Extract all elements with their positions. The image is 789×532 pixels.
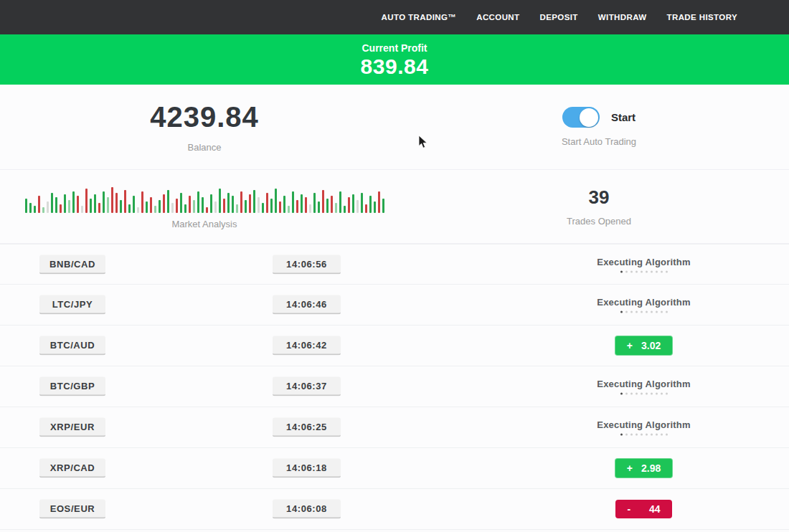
current-profit-value: 839.84 (361, 54, 429, 79)
trade-status: Executing Algorithm (581, 297, 707, 313)
chart-bar (275, 189, 277, 213)
chart-bar (176, 199, 178, 213)
balance-section: 4239.84 Balance Start Start Auto Trading (0, 85, 789, 170)
time-chip: 14:06:37 (273, 377, 341, 396)
time-chip: 14:06:56 (273, 255, 341, 274)
time-chip: 14:06:25 (273, 418, 341, 437)
time-chip: 14:06:42 (273, 336, 341, 356)
chart-bar (309, 204, 311, 213)
chart-bar (68, 200, 70, 213)
top-navbar: AUTO TRADING™ACCOUNTDEPOSITWITHDRAWTRADE… (0, 0, 789, 34)
trade-row: LTC/JPY 14:06:46 Executing Algorithm (0, 285, 789, 326)
progress-dots (620, 270, 668, 272)
chart-bar (193, 200, 195, 213)
chart-bar (163, 194, 165, 213)
chart-bar (133, 196, 135, 213)
chart-bar (318, 201, 320, 213)
pair-chip: LTC/JPY (39, 295, 105, 315)
chart-bar (34, 206, 36, 213)
chart-bar (202, 197, 204, 213)
chart-bar (266, 193, 268, 213)
chart-bar (159, 200, 161, 213)
balance-block: 4239.84 Balance (0, 85, 409, 169)
auto-trading-block: Start Start Auto Trading (409, 85, 789, 169)
executing-algorithm-label: Executing Algorithm (597, 419, 690, 430)
trade-log-list: BNB/CAD 14:06:56 Executing Algorithm LTC… (0, 244, 789, 530)
pair-chip: XRP/CAD (39, 459, 105, 478)
chart-bar (369, 196, 372, 213)
nav-menu: AUTO TRADING™ACCOUNTDEPOSITWITHDRAWTRADE… (382, 13, 737, 22)
chart-bar (128, 204, 131, 213)
progress-dots (620, 393, 668, 395)
toggle-start-label: Start (611, 111, 636, 123)
chart-bar (146, 201, 148, 213)
chart-bar (288, 206, 290, 213)
chart-bar (305, 197, 307, 213)
chart-bar (184, 204, 186, 213)
chart-bar (214, 201, 217, 213)
trade-row: BTC/AUD 14:06:42 +3.02 (0, 326, 789, 366)
market-analysis-block: Market Analysis (0, 170, 409, 243)
chart-bar (25, 199, 27, 213)
pair-chip: EOS/EUR (39, 500, 105, 519)
chart-bar (365, 204, 367, 213)
chart-bar (232, 196, 234, 213)
trade-status: +3.02 (581, 336, 707, 356)
profit-badge: +2.98 (615, 458, 673, 478)
chart-bar (378, 191, 380, 213)
chart-bar (313, 193, 316, 213)
chart-bar (42, 207, 44, 213)
profit-badge: +3.02 (615, 336, 673, 356)
start-auto-trading-caption: Start Auto Trading (562, 136, 636, 147)
current-profit-label: Current Profit (362, 42, 427, 54)
nav-item-withdraw[interactable]: WITHDRAW (598, 13, 647, 22)
balance-label: Balance (188, 142, 222, 153)
chart-bar (55, 197, 57, 213)
chart-bar (171, 203, 174, 213)
trade-status: +2.98 (581, 458, 707, 478)
chart-bar (167, 190, 169, 213)
nav-item-auto-trading[interactable]: AUTO TRADING™ (382, 13, 457, 22)
time-chip: 14:06:46 (273, 295, 341, 315)
nav-item-trade-history[interactable]: TRADE HISTORY (667, 13, 738, 22)
chart-bar (72, 191, 75, 213)
progress-dots (620, 311, 668, 313)
executing-algorithm-label: Executing Algorithm (597, 379, 690, 389)
chart-bar (279, 201, 281, 213)
trade-row: BTC/GBP 14:06:37 Executing Algorithm (0, 366, 789, 407)
chart-bar (206, 207, 208, 213)
chart-bar (51, 193, 53, 213)
executing-algorithm-label: Executing Algorithm (597, 256, 690, 267)
nav-item-deposit[interactable]: DEPOSIT (540, 13, 578, 22)
chart-bar (81, 206, 83, 213)
chart-bar (301, 194, 303, 213)
chart-bar (245, 200, 247, 213)
chart-bar (292, 191, 294, 213)
chart-bar (29, 203, 32, 213)
chart-bar (262, 203, 264, 213)
chart-bar (111, 187, 113, 213)
chart-bar (124, 190, 126, 213)
mouse-cursor-icon (418, 135, 428, 149)
pair-chip: XRP/EUR (39, 418, 105, 437)
balance-value: 4239.84 (150, 101, 259, 133)
chart-bar (240, 191, 242, 213)
nav-item-account[interactable]: ACCOUNT (476, 13, 519, 22)
executing-algorithm-label: Executing Algorithm (597, 297, 690, 308)
chart-bar (339, 191, 341, 213)
start-auto-trading-toggle[interactable] (562, 107, 600, 128)
chart-bar (77, 196, 79, 213)
chart-bar (103, 191, 105, 213)
trades-opened-value: 39 (589, 186, 610, 209)
chart-bar (150, 197, 152, 213)
chart-bar (296, 200, 298, 213)
chart-bar (137, 207, 139, 213)
market-analysis-chart (25, 184, 384, 213)
chart-bar (382, 199, 384, 213)
trade-status: Executing Algorithm (581, 256, 707, 272)
chart-bar (141, 191, 143, 213)
time-chip: 14:06:08 (273, 500, 341, 519)
trade-status: Executing Algorithm (581, 419, 707, 436)
chart-bar (98, 203, 100, 213)
chart-bar (326, 199, 329, 213)
